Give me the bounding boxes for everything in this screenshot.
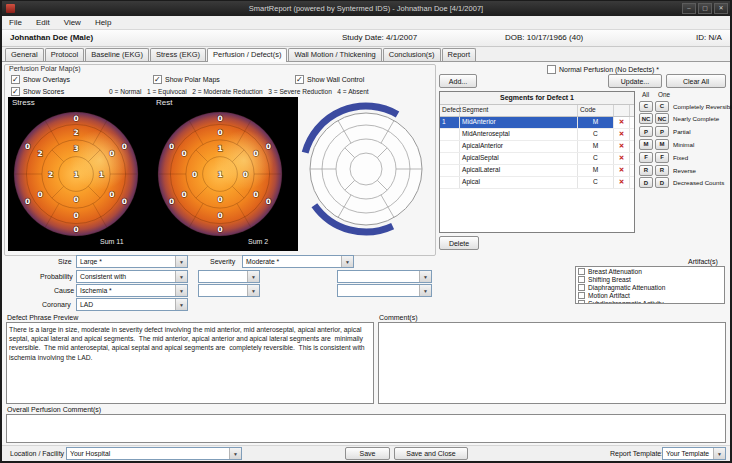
cause-extra-select-2[interactable]: ▼ <box>337 284 432 297</box>
artifact-item-subdiaphragmatic-activity: Subdiaphragmatic Activity <box>576 299 724 304</box>
coronary-label: Coronary <box>42 301 71 308</box>
artifact-checkbox[interactable] <box>578 292 585 299</box>
tab-report[interactable]: Report <box>442 48 477 61</box>
segment-row[interactable]: ApicalC✕ <box>440 177 634 189</box>
probability-extra-select-1[interactable]: ▼ <box>198 270 260 283</box>
patient-bar: Johnathan Doe (Male) Study Date: 4/1/200… <box>2 30 730 47</box>
svg-text:0: 0 <box>181 149 186 158</box>
severity-select[interactable]: Moderate * ▼ <box>242 255 354 268</box>
segment-defect-cell <box>440 165 460 176</box>
tab-conclusion-s[interactable]: Conclusion(s) <box>383 48 441 61</box>
rest-map-label: Rest <box>156 98 172 107</box>
artifact-label: Subdiaphragmatic Activity <box>588 300 664 305</box>
column-header-defect: Defect <box>440 105 460 116</box>
code-one-minimal-button[interactable]: M <box>655 139 669 150</box>
artifacts-title: Artifact(s) <box>688 258 718 265</box>
cause-extra-select-1[interactable]: ▼ <box>198 284 260 297</box>
code-one-decreased-counts-button[interactable]: D <box>655 177 669 188</box>
remove-segment-icon[interactable]: ✕ <box>614 165 630 176</box>
svg-text:0: 0 <box>266 142 271 151</box>
clear-all-button[interactable]: Clear All <box>666 74 726 88</box>
svg-text:1: 1 <box>99 170 104 179</box>
tab-general[interactable]: General <box>5 48 44 61</box>
tab-protocol[interactable]: Protocol <box>45 48 85 61</box>
segment-row[interactable]: ApicalSeptalC✕ <box>440 153 634 165</box>
artifact-item-diaphragmatic-attenuation: Diaphragmatic Attenuation <box>576 283 724 291</box>
remove-segment-icon[interactable]: ✕ <box>614 141 630 152</box>
normal-perfusion-checkbox[interactable] <box>547 65 556 74</box>
menu-edit[interactable]: Edit <box>29 18 57 27</box>
code-buttons-panel: AllOneCCCompletely ReversibleNCNCNearly … <box>639 91 731 216</box>
segment-row[interactable]: 1MidAnteriorM✕ <box>440 117 634 129</box>
segment-row[interactable]: ApicalLateralM✕ <box>440 165 634 177</box>
code-all-minimal-button[interactable]: M <box>639 139 653 150</box>
tab-stress-ekg[interactable]: Stress (EKG) <box>150 48 206 61</box>
code-all-nearly-complete-button[interactable]: NC <box>639 113 653 124</box>
minimize-button[interactable]: – <box>682 3 696 14</box>
remove-segment-icon[interactable]: ✕ <box>614 177 630 188</box>
cause-select[interactable]: Ischemia * ▼ <box>76 284 188 297</box>
tab-wall-motion-thickening[interactable]: Wall Motion / Thickening <box>288 48 381 61</box>
menu-view[interactable]: View <box>57 18 88 27</box>
tab-perfusion-defect-s[interactable]: Perfusion / Defect(s) <box>207 48 287 62</box>
show-scores-checkbox[interactable] <box>11 87 20 96</box>
report-template-select[interactable]: Your Template ▼ <box>662 447 726 460</box>
remove-segment-icon[interactable]: ✕ <box>614 129 630 140</box>
code-all-reverse-button[interactable]: R <box>639 165 653 176</box>
save-and-close-button[interactable]: Save and Close <box>394 447 468 460</box>
artifact-checkbox[interactable] <box>578 276 585 283</box>
show-overlays-checkbox[interactable] <box>11 75 20 84</box>
code-one-completely-reversible-button[interactable]: C <box>655 101 669 112</box>
remove-segment-icon[interactable]: ✕ <box>614 117 630 128</box>
report-template-value: Your Template <box>663 450 713 457</box>
segment-code-cell: M <box>578 165 614 176</box>
svg-text:0: 0 <box>266 197 271 206</box>
menu-file[interactable]: File <box>2 18 29 27</box>
window-title: SmartReport (powered by Syntermed IDS) -… <box>2 4 730 13</box>
svg-text:1: 1 <box>217 144 222 153</box>
tab-baseline-ekg[interactable]: Baseline (EKG) <box>85 48 149 61</box>
add-defect-button[interactable]: Add... <box>439 74 477 88</box>
artifact-checkbox[interactable] <box>578 300 585 305</box>
close-button[interactable]: ✕ <box>714 3 728 14</box>
segments-table-title: Segments for Defect 1 <box>440 92 634 105</box>
code-all-fixed-button[interactable]: F <box>639 152 653 163</box>
location-facility-label: Location / Facility <box>10 450 64 457</box>
code-one-reverse-button[interactable]: R <box>655 165 669 176</box>
defect-phrase-preview[interactable]: There is a large in size, moderate in se… <box>6 322 374 404</box>
code-all-decreased-counts-button[interactable]: D <box>639 177 653 188</box>
cause-label: Cause <box>54 287 74 294</box>
code-one-nearly-complete-button[interactable]: NC <box>655 113 669 124</box>
artifact-checkbox[interactable] <box>578 284 585 291</box>
coronary-select[interactable]: LAD ▼ <box>76 298 188 311</box>
remove-segment-icon[interactable]: ✕ <box>614 153 630 164</box>
show-wall-control-checkbox[interactable] <box>295 75 304 84</box>
chevron-down-icon: ▼ <box>419 271 431 282</box>
artifacts-list[interactable]: Breast AttenuationShifting BreastDiaphra… <box>575 266 725 304</box>
artifact-checkbox[interactable] <box>578 268 585 275</box>
code-all-completely-reversible-button[interactable]: C <box>639 101 653 112</box>
code-all-partial-button[interactable]: P <box>639 126 653 137</box>
segment-row[interactable]: ApicalAnteriorM✕ <box>440 141 634 153</box>
probability-select[interactable]: Consistent with ▼ <box>76 270 188 283</box>
probability-extra-select-2[interactable]: ▼ <box>337 270 432 283</box>
segments-table[interactable]: Segments for Defect 1DefectSegmentCode1M… <box>439 91 635 233</box>
artifact-label: Diaphragmatic Attenuation <box>588 284 665 291</box>
code-one-partial-button[interactable]: P <box>655 126 669 137</box>
severity-value: Moderate * <box>243 258 341 265</box>
comments-input[interactable] <box>378 322 726 404</box>
location-facility-select[interactable]: Your Hospital ▼ <box>66 447 242 460</box>
show-polar-maps-checkbox[interactable] <box>153 75 162 84</box>
overall-perfusion-comments-input[interactable] <box>6 414 726 443</box>
title-bar[interactable]: SmartReport (powered by Syntermed IDS) -… <box>2 1 730 16</box>
segment-row[interactable]: MidAnteroseptalC✕ <box>440 129 634 141</box>
column-header-code: Code <box>578 105 614 116</box>
size-select[interactable]: Large * ▼ <box>76 255 188 268</box>
code-one-fixed-button[interactable]: F <box>655 152 669 163</box>
segment-defect-cell <box>440 153 460 164</box>
update-button[interactable]: Update... <box>608 74 662 88</box>
menu-help[interactable]: Help <box>88 18 118 27</box>
maximize-button[interactable]: ▢ <box>698 3 712 14</box>
save-button[interactable]: Save <box>345 447 390 460</box>
delete-button[interactable]: Delete <box>439 236 479 250</box>
